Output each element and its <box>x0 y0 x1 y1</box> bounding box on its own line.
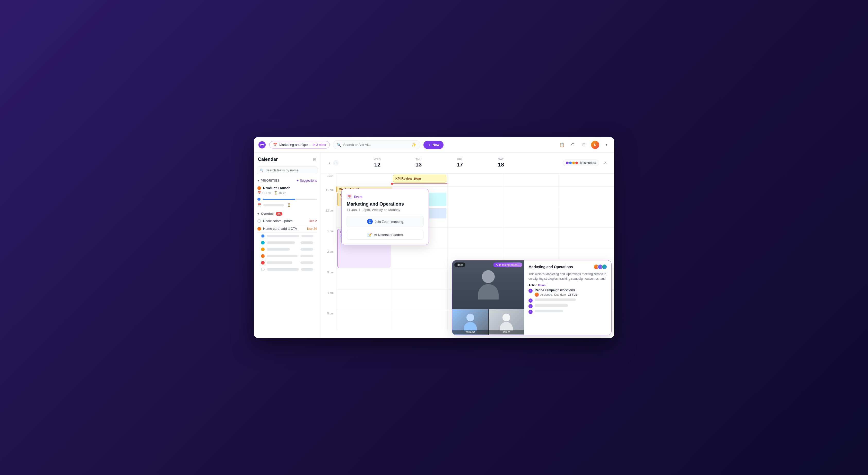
meeting-avatars <box>593 264 607 270</box>
popup-event-type: 📅 Event <box>347 194 424 199</box>
progress-bar-bg <box>262 199 317 200</box>
calendar-add-button[interactable]: + <box>333 160 339 166</box>
day-cell-thu-3pm[interactable] <box>392 268 447 289</box>
day-cell[interactable] <box>447 173 503 186</box>
hourglass-icon: ⏳ <box>274 191 278 194</box>
day-cell-wed-4pm[interactable] <box>336 289 392 310</box>
topbar-icons: 📋 ⏱ ⊞ U ▾ <box>559 141 610 149</box>
day-cell-thu-4pm[interactable] <box>392 289 447 310</box>
sidebar-layout-icon[interactable]: ⊟ <box>313 157 316 162</box>
hourglass-icon-small: ⏳ <box>287 203 291 207</box>
small-video-james: James <box>489 309 525 335</box>
due-label: Due date: <box>554 293 566 296</box>
action-item-name: Refine campaign workflows <box>535 288 577 292</box>
task-progress-row <box>254 197 320 202</box>
day-cell-extra-1pm[interactable] <box>559 227 614 248</box>
blurred-text <box>267 255 298 257</box>
day-cell-wed-3pm[interactable] <box>336 268 392 289</box>
calendar-icon: 📅 <box>257 191 261 194</box>
blurred-item-5 <box>257 259 317 266</box>
sidebar: Calendar ⊟ 🔍 ▾ Priorities ✦ Suggestions <box>254 153 321 338</box>
day-cell[interactable] <box>559 173 614 186</box>
blurred-icon <box>261 254 265 258</box>
blurred-item-6 <box>257 266 317 273</box>
close-button[interactable]: × <box>602 159 609 166</box>
day-cell-fri-12[interactable] <box>447 207 503 227</box>
dot-yellow <box>572 162 575 164</box>
suggestions-button[interactable]: ✦ Suggestions <box>296 179 317 183</box>
meeting-description: This week's Marketing and Operations mee… <box>528 272 607 281</box>
time-label-5pm: 5 pm <box>321 310 336 330</box>
calendars-button[interactable]: 8 calendars <box>563 160 599 166</box>
action-item-detail: Refine campaign workflows Assignee: Due … <box>535 288 577 297</box>
blurred-date <box>301 248 313 251</box>
day-cell-sat-12[interactable] <box>503 207 559 227</box>
event-pill[interactable]: 📅 Marketing and Ope... in 2 mins <box>269 141 330 149</box>
current-time-line <box>392 184 447 184</box>
new-button[interactable]: ＋ New <box>424 141 443 149</box>
day-cell-extra-12[interactable] <box>559 207 614 227</box>
due-date: 16 Feb <box>568 293 577 296</box>
cal-day-fri: Fri 17 <box>439 155 480 170</box>
day-cell-sat-1pm[interactable] <box>503 227 559 248</box>
overdue-item-radix[interactable]: Radix colors update Dec 2 <box>257 217 317 225</box>
blurred-text <box>267 268 299 271</box>
event-pill-title: Marketing and Ope... <box>279 143 310 147</box>
user-avatar[interactable]: U <box>591 141 599 149</box>
meeting-main-video: Host AI is taking notes... <box>452 260 524 309</box>
zoom-join-button[interactable]: Z Join Zoom meeting <box>347 216 424 227</box>
blurred-text <box>264 204 284 207</box>
meeting-info-panel: Marketing and Operations This week's Mar… <box>524 260 611 335</box>
overdue-item-name: Radix colors update <box>257 219 293 223</box>
app-logo[interactable] <box>258 141 266 149</box>
task-status-dot <box>257 186 261 190</box>
calendar-header: ‹ + Wed 12 Thu 13 Fri 17 <box>321 153 614 173</box>
calendars-label: 8 calendars <box>580 161 596 165</box>
blurred-date <box>301 261 313 264</box>
blurred-icon <box>261 248 265 251</box>
ai-notetaker-button[interactable]: 📝 AI Notetaker added <box>347 230 424 240</box>
day-cell-sat-11[interactable] <box>503 186 559 207</box>
day-cell[interactable] <box>336 173 392 186</box>
grid-icon[interactable]: ⊞ <box>580 141 587 149</box>
timer-icon[interactable]: ⏱ <box>569 141 577 149</box>
global-search-bar[interactable]: 🔍 ✨ <box>333 140 421 149</box>
blurred-icon <box>261 234 265 238</box>
calendar-grid[interactable]: 10:24 KPI Review 10am <box>321 173 614 338</box>
chevron-down-icon[interactable]: ▾ <box>603 141 610 149</box>
overdue-header[interactable]: ▾ Overdue 24 <box>257 211 317 217</box>
priorities-header[interactable]: ▾ Priorities ✦ Suggestions <box>254 177 320 184</box>
progress-bar-fill <box>262 199 295 200</box>
overdue-date: Dec 2 <box>309 219 317 223</box>
day-cell-thu-5pm[interactable] <box>392 310 447 330</box>
day-cell-fri-1pm[interactable] <box>447 227 503 248</box>
ai-badge: AI is taking notes... <box>493 262 522 267</box>
clipboard-icon[interactable]: 📋 <box>559 141 566 149</box>
action-check-icon: ✓ <box>528 298 533 303</box>
calendar-back-button[interactable]: ‹ <box>326 159 333 166</box>
day-cell-extra-11[interactable] <box>559 186 614 207</box>
sidebar-title: Calendar <box>258 157 278 162</box>
new-button-label: New <box>432 143 439 147</box>
sidebar-search-input[interactable] <box>266 168 315 172</box>
global-search-input[interactable] <box>343 143 409 147</box>
task-product-launch[interactable]: Product Launch 📅 10 Feb ⏳ 4h left <box>254 184 320 197</box>
day-cell[interactable] <box>503 173 559 186</box>
blurred-icon <box>261 241 265 245</box>
overdue-item-home-card[interactable]: Home card, add a CTA Nov 24 <box>257 225 317 232</box>
day-cell[interactable]: KPI Review 10am <box>392 173 447 186</box>
blurred-icon <box>261 267 265 271</box>
calendar-icon-small: 📅 <box>257 203 261 207</box>
event-pill-time: in 2 mins <box>312 143 326 147</box>
event-kpi-review[interactable]: KPI Review 10am <box>393 175 446 183</box>
blurred-action-3: ✓ <box>528 304 607 308</box>
task-time-left: ⏳ 4h left <box>274 191 286 194</box>
day-cell-fri-11[interactable] <box>447 186 503 207</box>
overdue-date: Nov 24 <box>307 227 317 230</box>
meeting-title: Marketing and Operations <box>528 265 573 269</box>
time-label-1pm: 1 pm <box>321 227 336 248</box>
day-cell-wed-5pm[interactable] <box>336 310 392 330</box>
sidebar-search-bar[interactable]: 🔍 <box>257 166 317 174</box>
day-cell-thu-2pm[interactable] <box>392 248 447 268</box>
time-label-2pm: 2 pm <box>321 248 336 268</box>
